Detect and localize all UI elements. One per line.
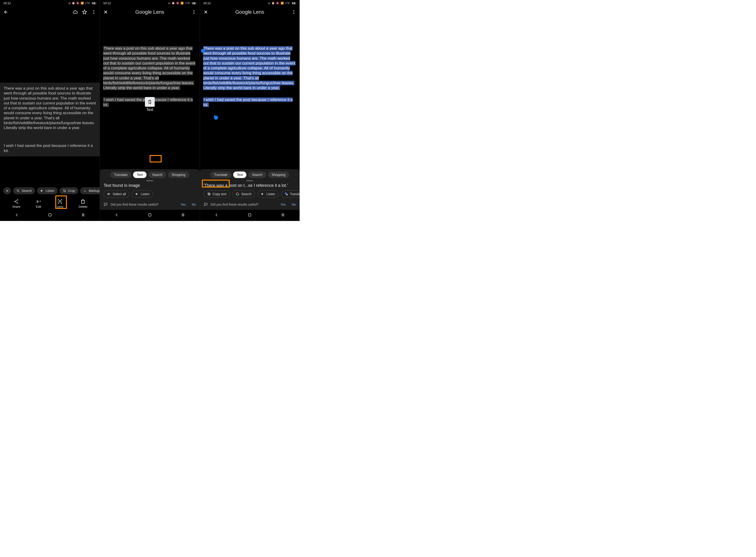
nav-home[interactable]	[47, 212, 53, 218]
back-icon[interactable]	[3, 9, 8, 14]
listen-action[interactable]: Listen	[257, 190, 278, 198]
mode-shopping[interactable]: Shopping	[268, 172, 289, 178]
listen-action[interactable]: Listen	[132, 190, 153, 198]
mode-translate[interactable]: Translate	[211, 172, 231, 178]
feedback-icon	[204, 202, 208, 207]
nav-back[interactable]	[14, 212, 19, 218]
edit-button[interactable]: Edit	[36, 199, 41, 208]
markup-chip[interactable]: Markup	[80, 187, 103, 194]
svg-point-3	[17, 189, 19, 192]
sheet-handle[interactable]	[146, 180, 153, 181]
feedback-no[interactable]: No	[292, 203, 296, 206]
selection-handle-start[interactable]	[201, 49, 205, 53]
star-icon[interactable]	[82, 9, 87, 14]
svg-point-1	[93, 11, 94, 12]
clock: 10:12	[3, 1, 11, 5]
nav-recent[interactable]	[180, 212, 186, 218]
more-icon[interactable]	[291, 9, 296, 14]
feedback-row: Did you find these results useful? Yes N…	[200, 200, 300, 210]
svg-point-15	[293, 13, 294, 14]
android-navbar	[0, 210, 100, 221]
cloud-icon[interactable]	[73, 9, 78, 14]
search-chip[interactable]: Search	[13, 187, 35, 194]
lens-title: Google Lens	[108, 9, 191, 15]
gallery-bottom-bar: Share Edit Lens Delete	[0, 199, 100, 208]
mode-row: Translate Text Search Shopping	[100, 169, 199, 179]
mode-translate[interactable]: Translate	[110, 172, 131, 178]
feedback-yes[interactable]: Yes	[180, 203, 186, 206]
document-icon	[145, 97, 155, 107]
ocr-para1[interactable]: There was a post on this sub about a yea…	[103, 46, 196, 90]
svg-point-0	[93, 10, 94, 11]
ocr-para1-selected[interactable]: There was a post on this sub about a yea…	[203, 46, 296, 90]
status-bar: 10:12 ◎ ⏰ 🔇 📶 LTE ⁝▮◧	[0, 0, 100, 6]
lens-selected-panel: 10:12 ◎ ⏰ 🔇 📶 LTE ⁝▮◧ Google Lens There …	[200, 0, 300, 221]
more-icon[interactable]	[91, 9, 96, 14]
ocr-para2-selected[interactable]: I wish I had saved the post because I re…	[203, 97, 296, 107]
feedback-no[interactable]: No	[192, 203, 196, 206]
selection-handle-end[interactable]	[214, 116, 218, 120]
content-para2: I wish I had saved the post because I re…	[0, 141, 100, 155]
nav-recent[interactable]	[280, 212, 285, 218]
translate-icon	[284, 192, 288, 196]
nav-back[interactable]	[214, 212, 219, 218]
svg-point-7	[59, 201, 61, 202]
lens-button[interactable]: Lens	[57, 199, 63, 208]
translate-action[interactable]: Transla	[281, 190, 300, 198]
feedback-icon	[104, 202, 108, 207]
lens-topbar: Google Lens	[200, 6, 300, 18]
svg-point-10	[194, 11, 194, 12]
select-all-action[interactable]: Select all	[104, 190, 129, 198]
android-navbar	[100, 210, 199, 221]
nav-back[interactable]	[114, 212, 119, 218]
svg-rect-16	[208, 193, 210, 195]
close-icon[interactable]	[103, 9, 108, 14]
svg-rect-8	[49, 214, 51, 216]
nav-home[interactable]	[147, 212, 152, 218]
svg-point-4	[17, 199, 18, 200]
lens-bottom-sheet: Translate Text Search Shopping 'There wa…	[200, 169, 300, 210]
listen-chip[interactable]: Listen	[37, 187, 57, 194]
text-overlay-indicator: Text	[145, 97, 155, 112]
image-content: There was a post on this sub about a yea…	[0, 83, 100, 156]
nav-home[interactable]	[247, 212, 252, 218]
more-icon[interactable]	[191, 9, 196, 14]
close-chip[interactable]	[3, 187, 11, 194]
svg-point-5	[15, 201, 15, 202]
action-row: Copy text Search Listen Transla	[200, 190, 300, 200]
svg-rect-12	[148, 214, 151, 216]
gallery-topbar	[0, 6, 100, 18]
gallery-panel: 10:12 ◎ ⏰ 🔇 📶 LTE ⁝▮◧ There was a post o…	[0, 0, 100, 221]
svg-point-2	[93, 13, 94, 14]
svg-rect-17	[208, 193, 209, 195]
svg-point-9	[194, 10, 194, 11]
action-row: Select all Listen	[100, 190, 199, 200]
svg-point-6	[17, 203, 18, 204]
mode-text[interactable]: Text	[133, 172, 146, 178]
svg-rect-19	[286, 194, 288, 196]
feedback-yes[interactable]: Yes	[280, 203, 286, 206]
mode-search[interactable]: Search	[148, 172, 166, 178]
mode-shopping[interactable]: Shopping	[168, 172, 189, 178]
svg-rect-20	[249, 214, 251, 216]
sheet-title: 'There was a post on t...se I reference …	[200, 183, 300, 190]
lens-topbar: Google Lens	[100, 6, 199, 18]
svg-point-14	[293, 11, 294, 12]
mode-search[interactable]: Search	[248, 172, 266, 178]
mode-text[interactable]: Text	[233, 172, 247, 178]
nav-recent[interactable]	[81, 212, 86, 218]
delete-button[interactable]: Delete	[79, 199, 88, 208]
sheet-handle[interactable]	[246, 180, 253, 181]
gallery-chip-row: Search Listen Crop Markup	[0, 187, 100, 194]
content-para1: There was a post on this sub about a yea…	[0, 84, 100, 132]
copy-text-action[interactable]: Copy text	[204, 190, 230, 198]
svg-point-11	[194, 13, 194, 14]
lens-bottom-sheet: Translate Text Search Shopping Text foun…	[100, 169, 199, 210]
search-action[interactable]: Search	[232, 190, 255, 198]
share-button[interactable]: Share	[12, 199, 21, 208]
close-icon[interactable]	[203, 9, 208, 14]
crop-chip[interactable]: Crop	[59, 187, 78, 194]
svg-point-13	[293, 10, 294, 11]
android-navbar	[200, 210, 300, 221]
mode-row: Translate Text Search Shopping	[200, 169, 300, 179]
